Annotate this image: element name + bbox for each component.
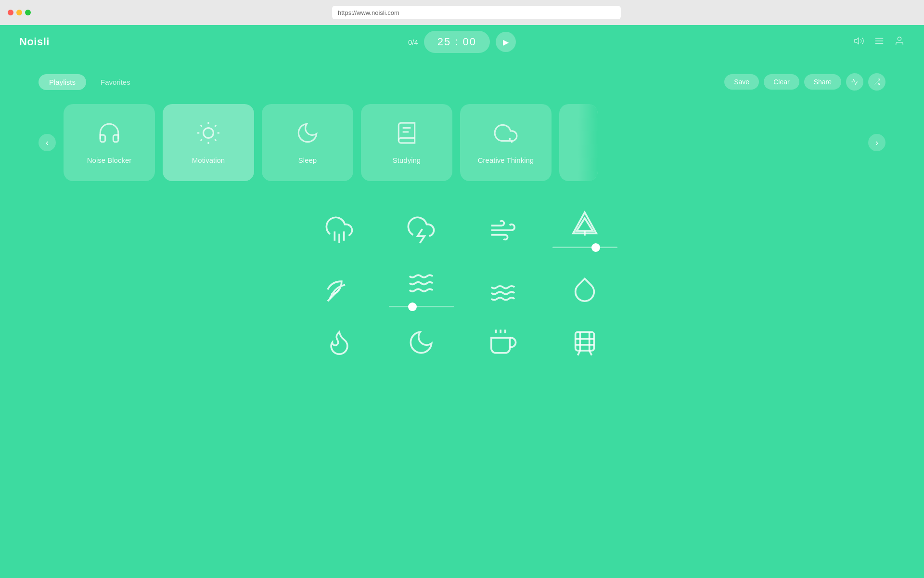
sound-item-leaves[interactable] xyxy=(298,260,380,319)
header: Noisli 0/4 25 : 00 ▶ xyxy=(0,25,924,59)
waves-slider-wrap xyxy=(385,306,457,307)
sound-item-fire[interactable] xyxy=(298,319,380,372)
header-center: 0/4 25 : 00 ▶ xyxy=(408,31,516,53)
sound-item-rain[interactable] xyxy=(298,200,380,260)
sound-item-thunder[interactable] xyxy=(380,200,462,260)
play-button[interactable]: ▶ xyxy=(496,32,516,52)
app: Noisli 0/4 25 : 00 ▶ xyxy=(0,25,924,578)
close-dot[interactable] xyxy=(8,10,13,15)
forest-icon xyxy=(571,210,599,242)
thunder-icon xyxy=(407,216,435,248)
sound-item-water[interactable] xyxy=(462,260,544,319)
svg-line-6 xyxy=(878,83,880,85)
books-icon xyxy=(395,121,419,149)
svg-line-11 xyxy=(215,139,216,141)
playlist-card-motivation[interactable]: Motivation Next xyxy=(163,104,254,181)
playlist-card-partial xyxy=(559,104,598,181)
main-content: Playlists Favorites Save Clear Share xyxy=(0,59,924,386)
shuffle-icon-button[interactable] xyxy=(868,73,886,91)
carousel-prev[interactable]: ‹ xyxy=(38,134,56,151)
cloud-thought-icon xyxy=(494,121,518,149)
waves-slider[interactable] xyxy=(389,306,454,307)
playlist-label-studying: Studying xyxy=(393,156,421,164)
wind-icon xyxy=(489,216,517,248)
window-controls xyxy=(8,10,31,15)
sound-item-drop[interactable] xyxy=(544,260,626,319)
playlist-label-sleep: Sleep xyxy=(298,156,317,164)
tab-group: Playlists Favorites xyxy=(38,74,141,90)
svg-line-15 xyxy=(215,125,216,127)
train-icon xyxy=(571,328,599,360)
svg-line-14 xyxy=(201,139,202,141)
user-icon[interactable] xyxy=(894,36,905,49)
share-button[interactable]: Share xyxy=(804,74,841,90)
leaves-icon xyxy=(325,276,353,307)
svg-marker-0 xyxy=(855,38,859,44)
sun-icon xyxy=(196,121,220,149)
sound-item-wind[interactable] xyxy=(462,200,544,260)
menu-icon[interactable] xyxy=(874,36,885,49)
waves-icon xyxy=(407,269,435,301)
playlist-card-noise-blocker[interactable]: Noise Blocker xyxy=(64,104,155,181)
pomodoro-count: 0/4 xyxy=(408,38,418,46)
carousel-next[interactable]: › xyxy=(868,134,886,151)
coffee-icon xyxy=(489,328,517,360)
drop-icon xyxy=(571,276,599,307)
playlist-label-creative-thinking: Creative Thinking xyxy=(478,156,534,164)
forest-slider[interactable] xyxy=(552,247,617,248)
save-button[interactable]: Save xyxy=(724,74,759,90)
forest-slider-wrap xyxy=(549,247,621,248)
tab-favorites[interactable]: Favorites xyxy=(90,74,141,90)
svg-rect-29 xyxy=(576,332,594,351)
svg-point-18 xyxy=(509,138,511,140)
url-bar[interactable]: https://www.noisli.com xyxy=(332,6,621,19)
timer-display: 25 : 00 xyxy=(424,31,490,53)
sound-item-coffee[interactable] xyxy=(462,319,544,372)
playlist-card-studying[interactable]: Studying xyxy=(361,104,452,181)
sound-grid xyxy=(298,200,626,372)
chart-icon-button[interactable] xyxy=(846,73,863,91)
sound-item-train[interactable] xyxy=(544,319,626,372)
tabs-row: Playlists Favorites Save Clear Share xyxy=(38,73,886,91)
playlist-card-sleep[interactable]: Sleep xyxy=(262,104,353,181)
carousel-track: Noise Blocker xyxy=(56,104,868,181)
night-icon xyxy=(407,328,435,360)
tab-playlists[interactable]: Playlists xyxy=(38,74,86,90)
volume-icon[interactable] xyxy=(854,36,864,49)
header-right xyxy=(516,36,905,49)
browser-chrome: https://www.noisli.com xyxy=(0,0,924,25)
sound-item-night[interactable] xyxy=(380,319,462,372)
sound-item-waves[interactable] xyxy=(380,260,462,319)
minimize-dot[interactable] xyxy=(16,10,22,15)
rain-icon xyxy=(325,216,353,248)
action-buttons: Save Clear Share xyxy=(724,73,886,91)
svg-point-19 xyxy=(511,141,513,143)
clear-button[interactable]: Clear xyxy=(764,74,799,90)
moon-sleep-icon xyxy=(295,121,320,149)
playlist-card-creative-thinking[interactable]: Creative Thinking xyxy=(460,104,552,181)
svg-point-7 xyxy=(204,128,214,138)
svg-marker-24 xyxy=(577,218,593,231)
sound-item-forest[interactable] xyxy=(544,200,626,260)
playlist-label-motivation: Motivation xyxy=(192,156,225,164)
logo: Noisli xyxy=(19,36,408,48)
maximize-dot[interactable] xyxy=(25,10,31,15)
water-icon xyxy=(489,276,517,307)
fire-icon xyxy=(325,328,353,360)
play-icon: ▶ xyxy=(503,38,509,47)
headphones-icon xyxy=(97,121,121,149)
svg-point-4 xyxy=(898,37,901,40)
playlist-carousel: ‹ Noise Blocker xyxy=(38,104,886,181)
playlist-label-noise-blocker: Noise Blocker xyxy=(87,156,132,164)
svg-line-10 xyxy=(201,125,202,127)
